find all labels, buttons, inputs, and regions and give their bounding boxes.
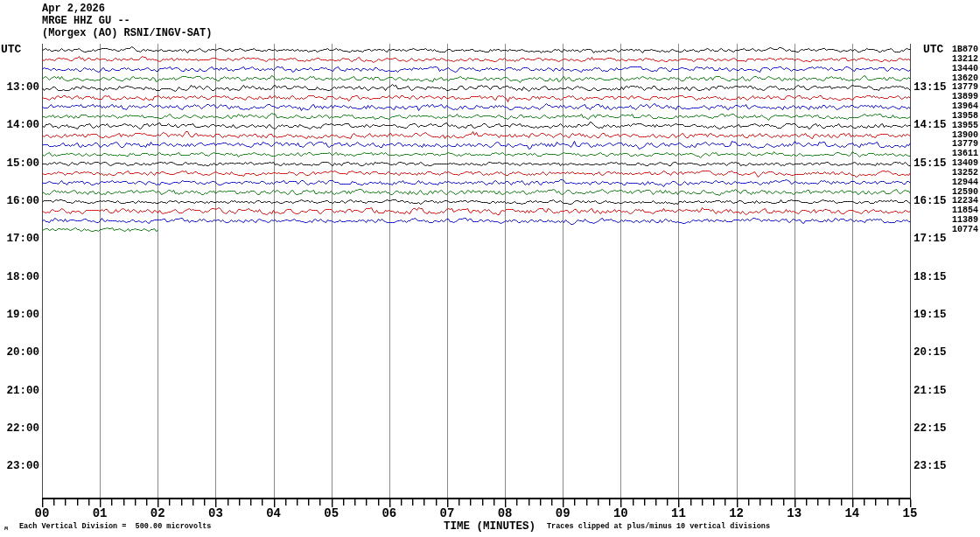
header-location: (Morgex (AO) RSNI/INGV-SAT) bbox=[42, 27, 212, 39]
hour-label-left: 20:00 bbox=[0, 347, 39, 359]
hour-label-right: 22:15 bbox=[914, 423, 952, 435]
hour-label-left: 21:00 bbox=[0, 386, 39, 397]
hour-label-left: 13:00 bbox=[0, 82, 39, 94]
hour-label-left: 19:00 bbox=[0, 310, 39, 321]
minute-label: 11 bbox=[665, 506, 691, 520]
utc-label-left: UTC bbox=[1, 43, 21, 56]
minute-label: 00 bbox=[29, 506, 55, 520]
amplitude-value: 13964 bbox=[952, 101, 980, 111]
amplitude-value: 12590 bbox=[952, 187, 980, 197]
amplitude-value: 13252 bbox=[952, 168, 980, 178]
minute-label: 04 bbox=[261, 506, 287, 520]
amplitude-value: 13212 bbox=[952, 54, 980, 64]
seismogram-plot-canvas bbox=[0, 0, 980, 537]
hour-label-left: 22:00 bbox=[0, 423, 39, 435]
hour-label-right: 20:15 bbox=[914, 347, 952, 359]
utc-label-right: UTC bbox=[923, 43, 943, 56]
amplitude-value: 10774 bbox=[952, 225, 980, 234]
x-axis-title: TIME (MINUTES) bbox=[444, 520, 536, 533]
hour-label-left: 17:00 bbox=[0, 234, 39, 245]
header-station: MRGE HHZ GU -- bbox=[42, 15, 130, 27]
hour-label-right: 13:15 bbox=[914, 82, 952, 94]
amplitude-value: 12944 bbox=[952, 178, 980, 187]
amplitude-value: 13779 bbox=[952, 82, 980, 92]
minute-label: 02 bbox=[144, 506, 171, 520]
amplitude-value: 13958 bbox=[952, 111, 980, 121]
amplitude-value: 12234 bbox=[952, 196, 980, 206]
hour-label-right: 17:15 bbox=[914, 234, 952, 245]
helicorder-screen: Apr 2,2026 MRGE HHZ GU -- (Morgex (AO) R… bbox=[0, 0, 980, 537]
hour-label-right: 14:15 bbox=[914, 120, 952, 131]
minute-label: 05 bbox=[318, 506, 345, 520]
hour-label-right: 16:15 bbox=[914, 196, 952, 207]
amplitude-value: 13955 bbox=[952, 121, 980, 130]
amplitude-value: 13409 bbox=[952, 158, 980, 168]
minute-label: 01 bbox=[87, 506, 113, 520]
amplitude-value: 11389 bbox=[952, 215, 980, 225]
minute-label: 15 bbox=[897, 506, 923, 520]
watermark-glyph: ʍ bbox=[4, 525, 8, 532]
hour-label-left: 16:00 bbox=[0, 196, 39, 207]
amplitude-value: 13440 bbox=[952, 64, 980, 73]
hour-label-right: 18:15 bbox=[914, 272, 952, 283]
minute-label: 12 bbox=[724, 506, 750, 520]
clip-note: Traces clipped at plus/minus 10 vertical… bbox=[547, 522, 770, 531]
hour-label-left: 15:00 bbox=[0, 158, 39, 170]
hour-label-right: 15:15 bbox=[914, 158, 952, 170]
amplitude-value: 13611 bbox=[952, 149, 980, 158]
header-date: Apr 2,2026 bbox=[42, 3, 105, 15]
amplitude-value: 11854 bbox=[952, 206, 980, 215]
minute-label: 09 bbox=[550, 506, 576, 520]
minute-label: 10 bbox=[607, 506, 634, 520]
amplitude-value: 13779 bbox=[952, 139, 980, 149]
hour-label-right: 19:15 bbox=[914, 310, 952, 321]
amplitude-value: 13620 bbox=[952, 73, 980, 83]
minute-label: 13 bbox=[781, 506, 808, 520]
minute-label: 03 bbox=[202, 506, 228, 520]
hour-label-right: 21:15 bbox=[914, 386, 952, 397]
hour-label-left: 23:00 bbox=[0, 461, 39, 472]
hour-label-right: 23:15 bbox=[914, 461, 952, 472]
minute-label: 08 bbox=[492, 506, 518, 520]
minute-label: 14 bbox=[839, 506, 865, 520]
minute-label: 07 bbox=[434, 506, 460, 520]
minute-label: 06 bbox=[376, 506, 402, 520]
hour-label-left: 18:00 bbox=[0, 272, 39, 283]
hour-label-left: 14:00 bbox=[0, 120, 39, 131]
amplitude-value: 13900 bbox=[952, 130, 980, 140]
vertical-division-note: Each Vertical Division = 500.00 microvol… bbox=[19, 522, 211, 531]
amplitude-value: 13899 bbox=[952, 92, 980, 101]
amplitude-value: 1B870 bbox=[952, 45, 980, 54]
